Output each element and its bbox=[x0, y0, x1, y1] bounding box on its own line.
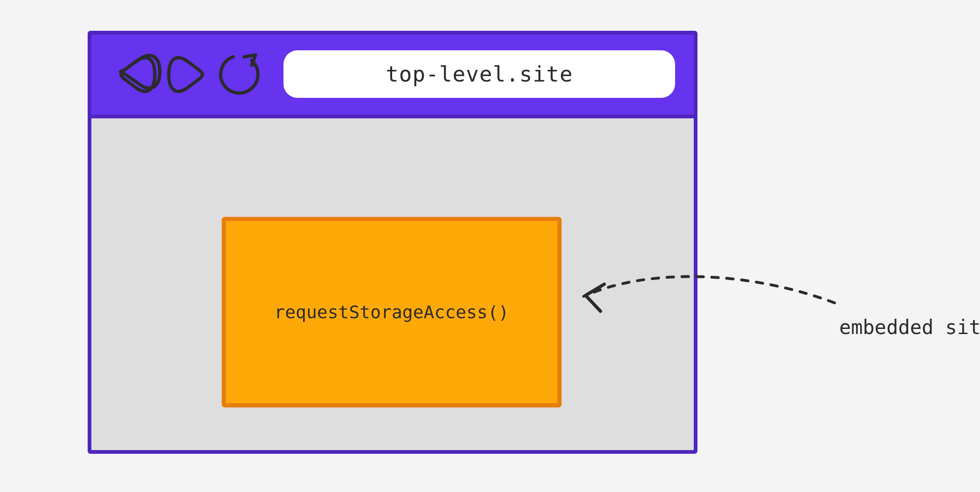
embedded-frame-api-text: requestStorageAccess() bbox=[224, 219, 559, 405]
address-bar-url: top-level.site bbox=[283, 50, 675, 98]
annotation-label: embedded site bbox=[839, 316, 980, 339]
diagram-canvas: top-level.site requestStorageAccess() em… bbox=[0, 0, 980, 492]
